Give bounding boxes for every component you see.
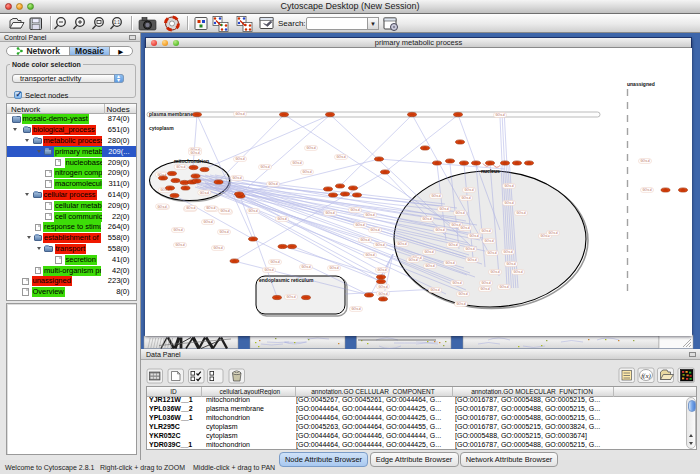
svg-text:GO:x-d: GO:x-d xyxy=(506,262,515,266)
svg-text:GO:x-d: GO:x-d xyxy=(445,261,454,265)
svg-text:GO:x-d: GO:x-d xyxy=(408,258,417,262)
svg-text:GO:x-d: GO:x-d xyxy=(301,265,310,269)
svg-text:GO:x-d: GO:x-d xyxy=(458,292,467,296)
svg-text:GO:x-d: GO:x-d xyxy=(186,206,195,210)
svg-text:GO:x-d: GO:x-d xyxy=(213,246,222,250)
svg-text:1:1: 1:1 xyxy=(114,20,121,25)
svg-text:f(x): f(x) xyxy=(641,372,651,380)
svg-text:GO:x-d: GO:x-d xyxy=(487,251,496,255)
svg-text:GO:x-d: GO:x-d xyxy=(452,281,461,285)
svg-text:GO:x-d: GO:x-d xyxy=(306,146,315,150)
svg-text:GO:x-d: GO:x-d xyxy=(424,250,433,254)
svg-text:GO:x-d: GO:x-d xyxy=(220,209,229,213)
svg-text:GO:x-d: GO:x-d xyxy=(270,260,279,264)
svg-text:GO:x-d: GO:x-d xyxy=(219,230,228,234)
svg-text:GO:x-d: GO:x-d xyxy=(206,206,215,210)
svg-text:GO:x-d: GO:x-d xyxy=(469,234,478,238)
svg-text:GO:x-d: GO:x-d xyxy=(431,194,440,198)
svg-text:GO:x-d: GO:x-d xyxy=(200,191,209,195)
svg-text:GO:x-d: GO:x-d xyxy=(176,165,185,169)
svg-text:GO:x-d: GO:x-d xyxy=(465,247,474,251)
svg-text:GO:x-d: GO:x-d xyxy=(460,226,469,230)
svg-text:GO:x-d: GO:x-d xyxy=(495,113,504,117)
svg-text:GO:x-d: GO:x-d xyxy=(351,307,360,311)
svg-text:GO:x-d: GO:x-d xyxy=(397,242,406,246)
svg-text:GO:x-d: GO:x-d xyxy=(422,217,431,221)
svg-text:GO:x-d: GO:x-d xyxy=(504,184,513,188)
svg-text:GO:x-d: GO:x-d xyxy=(286,295,295,299)
svg-text:GO:x-d: GO:x-d xyxy=(464,188,473,192)
svg-text:GO:x-d: GO:x-d xyxy=(461,196,470,200)
svg-text:GO:x-d: GO:x-d xyxy=(375,243,384,247)
svg-text:GO:x-d: GO:x-d xyxy=(481,229,490,233)
svg-text:GO:x-d: GO:x-d xyxy=(378,292,387,296)
svg-text:GO:x-d: GO:x-d xyxy=(158,205,167,209)
svg-text:mitochondrion: mitochondrion xyxy=(174,158,209,164)
svg-text:GO:x-d: GO:x-d xyxy=(425,264,434,268)
svg-text:GO:x-d: GO:x-d xyxy=(456,302,465,306)
svg-text:GO:x-d: GO:x-d xyxy=(504,201,513,205)
svg-text:GO:x-d: GO:x-d xyxy=(499,285,508,289)
svg-text:GO:x-d: GO:x-d xyxy=(503,250,512,254)
svg-text:GO:x-d: GO:x-d xyxy=(480,287,489,291)
svg-text:GO:x-d: GO:x-d xyxy=(232,176,241,180)
svg-text:GO:x-d: GO:x-d xyxy=(203,220,212,224)
svg-text:GO:x-d: GO:x-d xyxy=(248,209,257,213)
svg-text:GO:x-d: GO:x-d xyxy=(268,182,277,186)
svg-text:GO:x-d: GO:x-d xyxy=(329,266,338,270)
svg-text:GO:x-d: GO:x-d xyxy=(325,211,334,215)
svg-text:GO:x-d: GO:x-d xyxy=(173,228,182,232)
svg-text:GO:x-d: GO:x-d xyxy=(481,281,490,285)
svg-text:GO:x-d: GO:x-d xyxy=(292,161,301,165)
svg-text:cytoplasm: cytoplasm xyxy=(149,125,174,131)
svg-text:GO:x-d: GO:x-d xyxy=(484,239,493,243)
svg-text:GO:x-d: GO:x-d xyxy=(435,228,444,232)
svg-text:GO:x-d: GO:x-d xyxy=(378,285,387,289)
svg-text:GO:x-d: GO:x-d xyxy=(336,155,345,159)
svg-text:GO:x-d: GO:x-d xyxy=(235,157,244,161)
svg-text:nucleus: nucleus xyxy=(481,168,500,174)
svg-text:plasma membrane: plasma membrane xyxy=(149,111,193,117)
svg-text:GO:x-d: GO:x-d xyxy=(377,268,386,272)
svg-text:GO:x-d: GO:x-d xyxy=(235,112,244,116)
svg-text:GO:x-d: GO:x-d xyxy=(455,211,464,215)
svg-text:GO:x-d: GO:x-d xyxy=(640,159,649,163)
svg-text:GO:x-d: GO:x-d xyxy=(175,243,184,247)
svg-text:endoplasmic reticulum: endoplasmic reticulum xyxy=(259,277,314,283)
svg-text:unassigned: unassigned xyxy=(627,81,655,87)
svg-text:GO:x-d: GO:x-d xyxy=(439,207,448,211)
svg-text:GO:x-d: GO:x-d xyxy=(642,188,651,192)
svg-text:GO:x-d: GO:x-d xyxy=(513,270,522,274)
svg-text:GO:x-d: GO:x-d xyxy=(360,238,369,242)
svg-text:GO:x-d: GO:x-d xyxy=(355,223,364,227)
svg-text:GO:x-d: GO:x-d xyxy=(516,211,525,215)
svg-text:GO:x-d: GO:x-d xyxy=(448,243,457,247)
svg-text:GO:x-d: GO:x-d xyxy=(260,165,269,169)
svg-text:GO:x-d: GO:x-d xyxy=(365,253,374,257)
svg-text:GO:x-d: GO:x-d xyxy=(264,268,273,272)
svg-text:GO:x-d: GO:x-d xyxy=(430,288,439,292)
svg-text:GO:x-d: GO:x-d xyxy=(490,270,499,274)
svg-text:GO:x-d: GO:x-d xyxy=(548,231,557,235)
svg-text:GO:x-d: GO:x-d xyxy=(365,213,374,217)
svg-text:GO:x-d: GO:x-d xyxy=(370,228,379,232)
svg-text:GO:x-d: GO:x-d xyxy=(302,170,311,174)
svg-text:GO:x-d: GO:x-d xyxy=(277,217,286,221)
svg-text:GO:x-d: GO:x-d xyxy=(350,208,359,212)
svg-text:GO:x-d: GO:x-d xyxy=(190,151,199,155)
svg-text:GO:x-d: GO:x-d xyxy=(467,258,476,262)
